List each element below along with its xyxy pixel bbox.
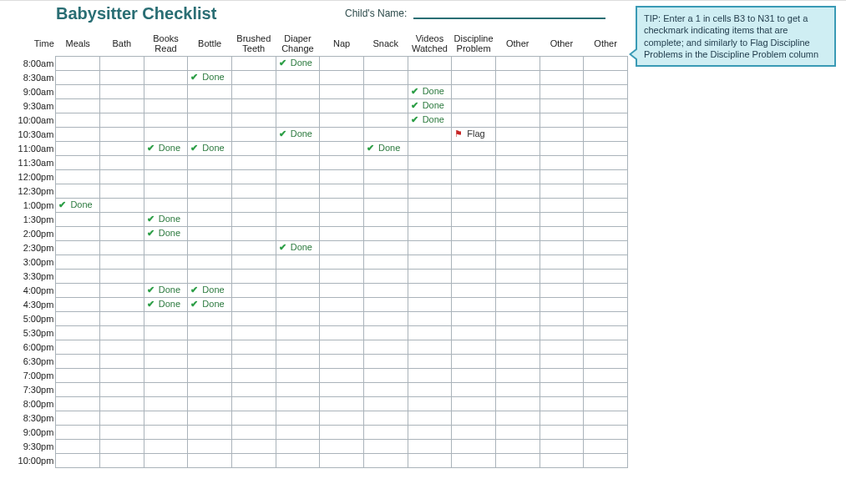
data-cell[interactable]	[408, 155, 452, 169]
data-cell[interactable]	[231, 325, 276, 340]
data-cell[interactable]	[452, 184, 496, 198]
data-cell[interactable]	[276, 198, 320, 212]
data-cell[interactable]	[363, 98, 408, 113]
data-cell[interactable]	[320, 240, 364, 255]
data-cell[interactable]: ✔ Done	[188, 141, 232, 155]
data-cell[interactable]	[495, 283, 540, 297]
data-cell[interactable]	[584, 396, 628, 411]
data-cell[interactable]	[100, 212, 144, 226]
data-cell[interactable]	[144, 382, 188, 396]
data-cell[interactable]	[231, 155, 276, 169]
data-cell[interactable]	[100, 56, 144, 70]
data-cell[interactable]	[100, 113, 144, 127]
data-cell[interactable]	[188, 84, 232, 98]
data-cell[interactable]	[363, 113, 408, 127]
data-cell[interactable]	[540, 240, 584, 255]
data-cell[interactable]	[231, 396, 276, 411]
data-cell[interactable]	[584, 113, 628, 127]
data-cell[interactable]	[408, 368, 452, 382]
data-cell[interactable]	[408, 70, 452, 84]
data-cell[interactable]	[100, 226, 144, 240]
data-cell[interactable]	[56, 155, 100, 169]
data-cell[interactable]	[408, 439, 452, 453]
data-cell[interactable]	[320, 212, 364, 226]
data-cell[interactable]	[231, 311, 276, 325]
data-cell[interactable]: ✔ Done	[276, 127, 320, 141]
data-cell[interactable]	[56, 368, 100, 382]
data-cell[interactable]	[408, 56, 452, 70]
data-cell[interactable]	[452, 325, 496, 340]
data-cell[interactable]	[363, 396, 408, 411]
data-cell[interactable]	[584, 240, 628, 255]
data-cell[interactable]: ✔ Done	[144, 226, 188, 240]
data-cell[interactable]	[540, 98, 584, 113]
data-cell[interactable]	[495, 113, 540, 127]
data-cell[interactable]	[495, 368, 540, 382]
data-cell[interactable]	[276, 184, 320, 198]
data-cell[interactable]	[100, 169, 144, 184]
data-cell[interactable]	[452, 255, 496, 269]
data-cell[interactable]	[100, 354, 144, 368]
data-cell[interactable]	[452, 98, 496, 113]
data-cell[interactable]	[495, 141, 540, 155]
data-cell[interactable]	[584, 98, 628, 113]
data-cell[interactable]: ✔ Done	[188, 297, 232, 311]
data-cell[interactable]	[584, 311, 628, 325]
data-cell[interactable]	[320, 297, 364, 311]
data-cell[interactable]	[231, 169, 276, 184]
data-cell[interactable]	[320, 368, 364, 382]
data-cell[interactable]	[56, 56, 100, 70]
data-cell[interactable]	[231, 56, 276, 70]
data-cell[interactable]	[495, 411, 540, 425]
data-cell[interactable]	[495, 98, 540, 113]
data-cell[interactable]	[363, 226, 408, 240]
data-cell[interactable]	[540, 311, 584, 325]
data-cell[interactable]	[276, 297, 320, 311]
data-cell[interactable]	[144, 311, 188, 325]
data-cell[interactable]	[540, 453, 584, 467]
data-cell[interactable]	[320, 84, 364, 98]
data-cell[interactable]	[363, 411, 408, 425]
data-cell[interactable]	[320, 311, 364, 325]
data-cell[interactable]	[363, 439, 408, 453]
data-cell[interactable]	[100, 184, 144, 198]
data-cell[interactable]	[144, 127, 188, 141]
data-cell[interactable]	[276, 368, 320, 382]
data-cell[interactable]	[100, 425, 144, 439]
data-cell[interactable]	[408, 240, 452, 255]
data-cell[interactable]	[188, 453, 232, 467]
data-cell[interactable]	[100, 240, 144, 255]
data-cell[interactable]	[188, 354, 232, 368]
data-cell[interactable]	[495, 127, 540, 141]
data-cell[interactable]	[320, 439, 364, 453]
data-cell[interactable]: ✔ Done	[144, 141, 188, 155]
data-cell[interactable]	[584, 56, 628, 70]
data-cell[interactable]	[231, 368, 276, 382]
data-cell[interactable]	[276, 311, 320, 325]
data-cell[interactable]	[100, 325, 144, 340]
data-cell[interactable]	[452, 269, 496, 283]
data-cell[interactable]	[276, 226, 320, 240]
data-cell[interactable]	[320, 283, 364, 297]
data-cell[interactable]	[100, 382, 144, 396]
data-cell[interactable]	[363, 70, 408, 84]
data-cell[interactable]	[540, 297, 584, 311]
data-cell[interactable]	[495, 70, 540, 84]
data-cell[interactable]	[231, 70, 276, 84]
data-cell[interactable]	[452, 84, 496, 98]
data-cell[interactable]	[188, 226, 232, 240]
data-cell[interactable]	[144, 169, 188, 184]
data-cell[interactable]	[452, 439, 496, 453]
data-cell[interactable]	[100, 283, 144, 297]
data-cell[interactable]	[495, 56, 540, 70]
data-cell[interactable]	[363, 255, 408, 269]
data-cell[interactable]	[452, 240, 496, 255]
data-cell[interactable]	[100, 368, 144, 382]
data-cell[interactable]	[452, 340, 496, 354]
data-cell[interactable]	[276, 425, 320, 439]
data-cell[interactable]	[231, 453, 276, 467]
data-cell[interactable]	[276, 255, 320, 269]
data-cell[interactable]	[276, 212, 320, 226]
data-cell[interactable]	[363, 382, 408, 396]
data-cell[interactable]	[144, 368, 188, 382]
